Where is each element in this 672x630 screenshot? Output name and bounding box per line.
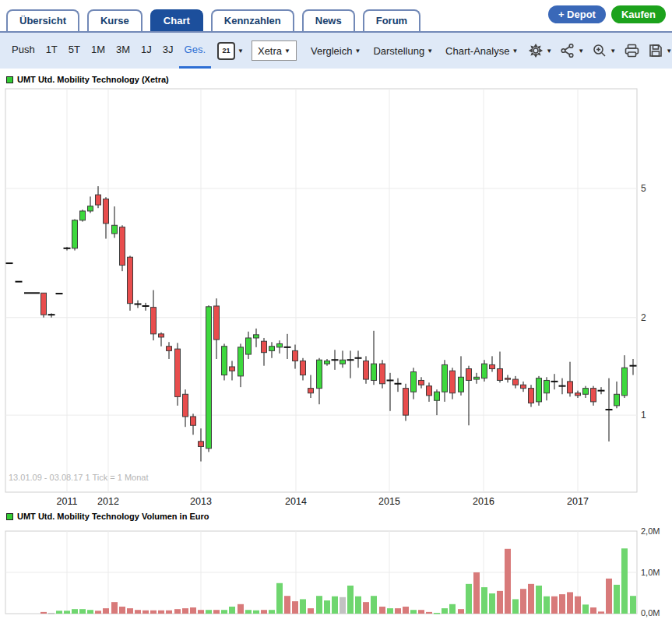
candle-body	[482, 364, 487, 378]
volume-bar	[418, 610, 424, 614]
tab-forum[interactable]: Forum	[363, 9, 420, 31]
period-1m[interactable]: 1M	[86, 33, 111, 69]
candle-body	[450, 371, 456, 393]
period-3m[interactable]: 3M	[111, 33, 135, 69]
volume-bar	[261, 610, 267, 614]
menu-chart-analyse[interactable]: Chart-Analyse▼	[445, 45, 518, 57]
print-icon	[624, 43, 640, 58]
candle-body	[371, 364, 377, 380]
menu-label: Vergleich	[311, 45, 352, 57]
volume-bar	[426, 612, 432, 614]
volume-bar	[190, 607, 196, 614]
calendar-date-picker[interactable]: 21 ▼	[217, 42, 244, 60]
candle-body	[591, 389, 596, 402]
settings-gear-icon	[528, 43, 544, 58]
period-5t[interactable]: 5T	[63, 33, 86, 69]
volume-bar	[458, 609, 464, 614]
volume-bar	[512, 599, 519, 614]
exchange-select[interactable]: Xetra ▼	[252, 40, 297, 61]
menu-vergleich[interactable]: Vergleich▼	[311, 45, 361, 57]
volume-bar	[324, 600, 330, 614]
candle-body	[269, 347, 275, 351]
chart-settings-button[interactable]: ▼	[528, 43, 552, 58]
save-button[interactable]: ▼	[648, 43, 672, 58]
zoom-button[interactable]: ▼	[592, 43, 616, 58]
candle-body	[521, 385, 526, 388]
candle-body	[254, 335, 259, 338]
volume-bar	[221, 610, 227, 614]
chevron-down-icon: ▼	[354, 48, 361, 55]
volume-bar	[308, 608, 314, 614]
candle-body	[325, 361, 330, 364]
tab-bar: ÜbersichtKurseChartKennzahlenNewsForum +…	[0, 0, 672, 33]
volume-bar	[630, 596, 636, 614]
volume-bar	[269, 610, 275, 614]
candle-body	[537, 378, 542, 402]
candle-body	[41, 293, 47, 315]
volume-bar	[206, 610, 212, 614]
candlestick-volume-chart[interactable]: 20112012201320142015201620175212,0M1,0M0…	[0, 69, 672, 630]
period-ges[interactable]: Ges.	[179, 33, 211, 69]
volume-bar	[395, 608, 401, 614]
candle-body	[293, 350, 298, 361]
print-button[interactable]	[624, 43, 640, 58]
tab-kurse[interactable]: Kurse	[87, 9, 142, 31]
volume-bar	[449, 604, 456, 614]
tab-uebersicht[interactable]: Übersicht	[6, 9, 79, 31]
price-plot-frame	[5, 89, 637, 492]
indicators-button[interactable]: ▼	[560, 43, 584, 58]
volume-bar	[72, 609, 78, 614]
kaufen-buy-button[interactable]: Kaufen	[611, 5, 666, 23]
volume-bar	[237, 604, 244, 614]
indicators-network-icon	[560, 43, 575, 58]
chart-menus: Vergleich▼Darstellung▼Chart-Analyse▼	[304, 45, 524, 57]
volume-bar	[379, 607, 385, 614]
volume-bar	[606, 579, 612, 614]
tab-news[interactable]: News	[302, 9, 355, 31]
volume-bar	[135, 610, 141, 614]
period-1t[interactable]: 1T	[40, 33, 63, 69]
volume-bar	[567, 592, 573, 614]
candle-body	[301, 361, 306, 375]
candle-body	[505, 378, 511, 380]
volume-bar	[292, 601, 298, 614]
candle-body	[459, 377, 464, 392]
volume-bar	[48, 613, 55, 614]
menu-darstellung[interactable]: Darstellung▼	[373, 45, 433, 57]
candle-body	[214, 306, 220, 340]
volume-bar	[158, 611, 164, 614]
candle-body	[191, 417, 196, 425]
period-3j[interactable]: 3J	[157, 33, 179, 69]
volume-bar	[371, 596, 377, 614]
chevron-down-icon: ▼	[666, 48, 672, 55]
tab-kennzahlen[interactable]: Kennzahlen	[211, 9, 294, 31]
chevron-down-icon: ▼	[610, 48, 616, 55]
period-push[interactable]: Push	[6, 33, 40, 69]
volume-bar	[150, 611, 157, 614]
volume-bar	[575, 597, 581, 614]
volume-bar	[119, 607, 125, 614]
candle-body	[317, 360, 322, 388]
period-1j[interactable]: 1J	[135, 33, 157, 69]
volume-bar	[284, 596, 290, 614]
volume-bar	[434, 613, 440, 614]
tab-chart[interactable]: Chart	[150, 9, 203, 31]
volume-bar	[598, 611, 604, 614]
top-action-buttons: + Depot Kaufen	[548, 5, 666, 23]
volume-bar	[300, 599, 306, 614]
candle-body	[427, 386, 432, 396]
candle-body	[308, 389, 314, 393]
volume-bar	[40, 612, 47, 614]
candle-body	[442, 364, 448, 392]
volume-bar	[229, 607, 235, 614]
volume-bar	[559, 594, 565, 614]
volume-bar	[174, 609, 181, 614]
candle-body	[246, 338, 252, 354]
volume-bar	[544, 597, 550, 614]
period-selector: Push1T5T1M3M1J3JGes.	[6, 33, 211, 69]
volume-bar	[79, 609, 86, 614]
add-depot-button[interactable]: + Depot	[548, 5, 606, 23]
volume-bar	[497, 591, 503, 614]
chart-toolbar: Push1T5T1M3M1J3JGes. 21 ▼ Xetra ▼ Vergle…	[0, 33, 672, 69]
volume-bar	[316, 596, 322, 614]
